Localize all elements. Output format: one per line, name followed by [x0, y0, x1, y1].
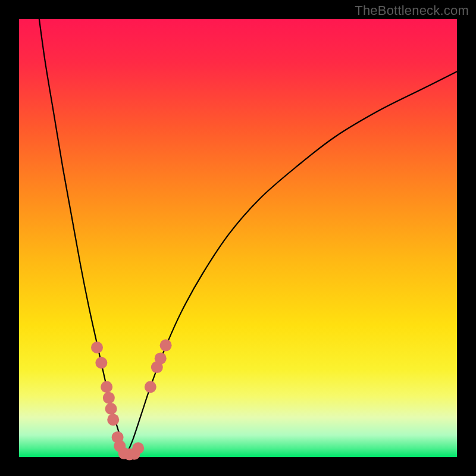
data-marker [107, 414, 119, 425]
plot-background [19, 19, 457, 457]
data-marker [101, 381, 112, 393]
data-marker [95, 357, 107, 369]
data-marker [160, 339, 172, 351]
data-marker [145, 381, 156, 393]
data-marker [103, 392, 115, 404]
chart-frame: TheBottleneck.com [0, 0, 476, 476]
data-marker [105, 403, 117, 415]
data-marker [91, 342, 103, 353]
data-marker [155, 352, 167, 364]
watermark-text: TheBottleneck.com [355, 3, 469, 18]
data-marker [132, 442, 144, 454]
bottleneck-chart [0, 0, 476, 476]
